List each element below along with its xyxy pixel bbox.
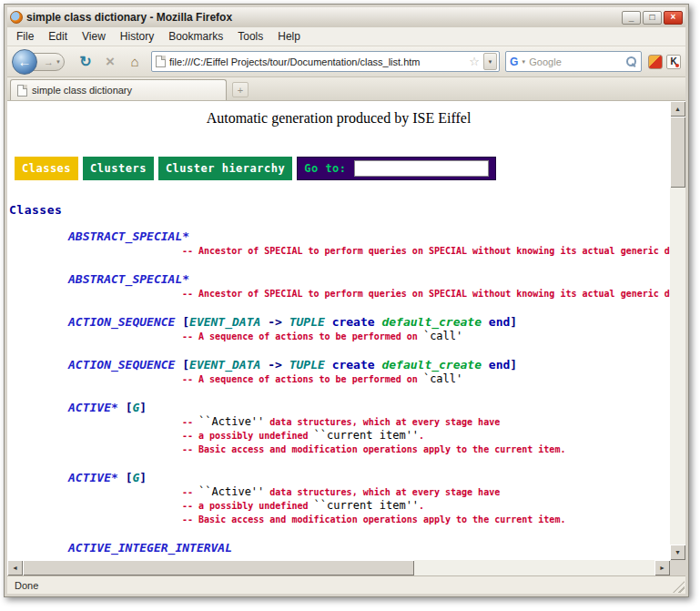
- reload-button[interactable]: ↻: [75, 51, 96, 73]
- class-entry: ACTION_SEQUENCE [EVENT_DATA -> TUPLE cre…: [7, 315, 670, 343]
- history-dropdown-icon[interactable]: ▼: [56, 59, 61, 65]
- page-button-classes[interactable]: Classes: [15, 157, 78, 180]
- tab-label: simple class dictionary: [32, 85, 132, 96]
- signature-token: ]: [510, 358, 517, 372]
- menu-help[interactable]: Help: [270, 28, 308, 45]
- class-entry: ACTIVE* [G]-- ``Active'' data structures…: [7, 471, 670, 526]
- tab-favicon: [17, 85, 27, 97]
- signature-token: TUPLE: [289, 315, 325, 329]
- class-comment-line: -- ``Active'' data structures, which at …: [182, 485, 670, 499]
- horizontal-scrollbar[interactable]: ◄ ►: [7, 560, 670, 575]
- goto-box: Go to:: [297, 157, 495, 180]
- signature-token: create: [332, 358, 375, 372]
- page-title: Automatic generation produced by ISE Eif…: [7, 110, 670, 127]
- menu-view[interactable]: View: [75, 28, 113, 45]
- search-input[interactable]: [529, 56, 623, 67]
- class-signature: ABSTRACT_SPECIAL*: [68, 229, 670, 244]
- class-comment-line: -- A sequence of actions to be performed…: [182, 372, 670, 386]
- signature-token: [325, 315, 332, 329]
- comment-segment: -- Ancestor of SPECIAL to perform querie…: [182, 289, 670, 299]
- extension-icons: K: [648, 55, 681, 69]
- class-comment-line: -- ``Active'' data structures, which at …: [182, 415, 670, 429]
- comment-segment: -- A sequence of actions to be performed…: [182, 374, 423, 384]
- extension-ribbon-icon[interactable]: [648, 55, 663, 69]
- class-signature: ACTIVE* [G]: [68, 471, 670, 485]
- forward-arrow-icon: →: [44, 56, 54, 67]
- class-name-link[interactable]: ABSTRACT_SPECIAL*: [68, 272, 189, 286]
- class-name-link[interactable]: ACTION_SEQUENCE: [68, 358, 182, 372]
- history-navigation: ← → ▼: [12, 49, 72, 75]
- scroll-right-button[interactable]: ►: [654, 560, 670, 575]
- kaspersky-icon[interactable]: K: [666, 55, 681, 69]
- page-button-clusters[interactable]: Clusters: [83, 157, 154, 180]
- signature-token: [482, 358, 489, 372]
- scroll-left-button[interactable]: ◄: [7, 560, 23, 575]
- menu-edit[interactable]: Edit: [41, 28, 75, 45]
- location-bar[interactable]: ☆ ▼: [151, 51, 500, 72]
- class-entry: ABSTRACT_SPECIAL*-- Ancestor of SPECIAL …: [7, 272, 670, 300]
- comment-segment: ``current item'': [314, 499, 420, 512]
- class-entry: ACTIVE_INTEGER_INTERVAL: [7, 541, 670, 555]
- new-tab-button[interactable]: +: [232, 82, 249, 97]
- class-comment-line: -- a possibly undefined ``current item''…: [182, 429, 670, 443]
- url-input[interactable]: [169, 56, 465, 67]
- horizontal-scroll-thumb[interactable]: [23, 560, 414, 575]
- page-navigation-row: ClassesClustersCluster hierarchy Go to:: [15, 157, 670, 180]
- browser-window: simple class dictionary - Mozilla Firefo…: [4, 4, 689, 597]
- menu-bookmarks[interactable]: Bookmarks: [161, 28, 230, 45]
- class-name-link[interactable]: ABSTRACT_SPECIAL*: [68, 229, 189, 243]
- signature-token: ->: [260, 358, 289, 372]
- class-name-link[interactable]: ACTIVE*: [68, 401, 126, 414]
- signature-token: TUPLE: [289, 358, 325, 372]
- comment-segment: ``Active'': [198, 485, 264, 498]
- section-title-classes: Classes: [9, 203, 670, 217]
- back-button[interactable]: ←: [12, 49, 37, 75]
- signature-token: default_create: [381, 358, 482, 372]
- minimize-button[interactable]: _: [622, 11, 641, 25]
- signature-token: end: [489, 358, 510, 372]
- class-name-link[interactable]: ACTIVE_INTEGER_INTERVAL: [68, 541, 232, 555]
- class-signature: ABSTRACT_SPECIAL*: [68, 272, 670, 287]
- google-logo-icon: G: [510, 56, 518, 67]
- signature-token: ]: [139, 401, 147, 414]
- class-name-link[interactable]: ACTION_SEQUENCE: [68, 315, 182, 329]
- tab-simple-class-dictionary[interactable]: simple class dictionary: [10, 79, 227, 100]
- comment-segment: `call': [423, 330, 462, 342]
- firefox-icon: [10, 11, 23, 24]
- signature-token: ]: [510, 315, 517, 329]
- class-comment-line: -- Basic access and modification operati…: [182, 513, 670, 526]
- home-button[interactable]: ⌂: [124, 51, 146, 73]
- comment-segment: ``Active'': [198, 415, 264, 428]
- close-button[interactable]: ×: [664, 11, 683, 25]
- bookmark-star-icon[interactable]: ☆: [469, 56, 480, 67]
- class-comment-line: -- Ancestor of SPECIAL to perform querie…: [182, 244, 670, 258]
- goto-input[interactable]: [354, 160, 489, 177]
- menu-history[interactable]: History: [113, 28, 161, 45]
- comment-segment: --: [182, 417, 198, 427]
- url-history-dropdown[interactable]: ▼: [483, 53, 497, 70]
- class-signature: ACTION_SEQUENCE [EVENT_DATA -> TUPLE cre…: [68, 358, 670, 372]
- stop-button[interactable]: ×: [99, 51, 121, 73]
- vertical-scroll-thumb[interactable]: [670, 117, 685, 188]
- window-title: simple class dictionary - Mozilla Firefo…: [26, 11, 618, 24]
- search-engine-dropdown-icon[interactable]: ▼: [521, 59, 526, 65]
- class-name-link[interactable]: ACTIVE*: [68, 471, 126, 484]
- comment-segment: -- A sequence of actions to be performed…: [182, 331, 423, 341]
- maximize-button[interactable]: □: [643, 11, 662, 25]
- browser-content: Automatic generation produced by ISE Eif…: [7, 101, 685, 575]
- search-magnifier-icon[interactable]: [625, 56, 637, 67]
- vertical-scrollbar[interactable]: ▲ ▼: [670, 101, 685, 560]
- scroll-down-button[interactable]: ▼: [670, 545, 685, 560]
- menu-tools[interactable]: Tools: [230, 28, 270, 45]
- site-favicon: [156, 56, 166, 67]
- title-bar[interactable]: simple class dictionary - Mozilla Firefo…: [7, 7, 685, 27]
- comment-segment: data structures, which at every stage ha…: [264, 487, 500, 497]
- page-button-cluster-hierarchy[interactable]: Cluster hierarchy: [158, 157, 292, 180]
- signature-token: EVENT_DATA: [189, 315, 260, 329]
- scroll-up-button[interactable]: ▲: [670, 101, 685, 117]
- resize-grip[interactable]: [673, 581, 685, 593]
- goto-label: Go to:: [304, 162, 346, 175]
- menu-file[interactable]: File: [9, 28, 41, 45]
- search-bar[interactable]: G ▼: [505, 51, 642, 72]
- class-comment-line: -- Ancestor of SPECIAL to perform querie…: [182, 287, 670, 300]
